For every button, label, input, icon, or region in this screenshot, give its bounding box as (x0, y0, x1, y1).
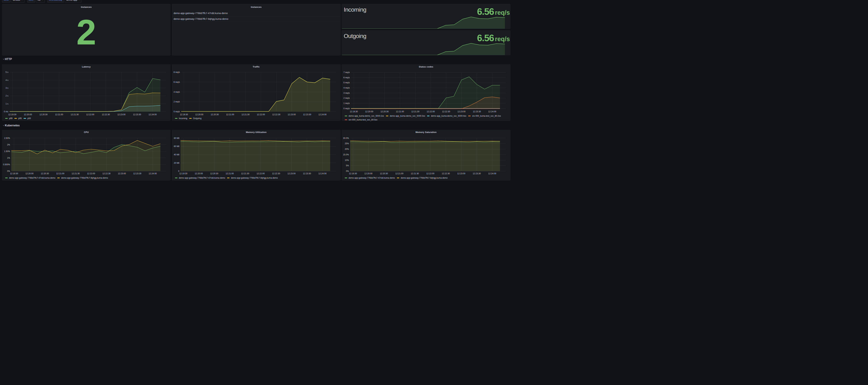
svg-text:1 s: 1 s (5, 103, 8, 105)
svg-text:5 s: 5 s (5, 71, 8, 73)
svg-text:12:19:30: 12:19:30 (179, 172, 187, 175)
svg-text:12:21:30: 12:21:30 (411, 172, 419, 175)
svg-text:12:22:00: 12:22:00 (86, 114, 94, 116)
svg-text:12:23:30: 12:23:30 (303, 114, 311, 116)
svg-text:20 Mil: 20 Mil (174, 162, 179, 164)
svg-text:0%: 0% (7, 170, 10, 172)
svg-text:12:22:00: 12:22:00 (426, 172, 434, 175)
svg-text:12:24:00: 12:24:00 (318, 172, 327, 175)
svg-text:4 req/s: 4 req/s (174, 91, 180, 93)
svg-text:12:20:00: 12:20:00 (25, 172, 33, 175)
svg-text:1%: 1% (7, 157, 10, 159)
svg-text:0: 0 (178, 170, 179, 172)
svg-text:12:21:30: 12:21:30 (241, 172, 249, 175)
svg-text:12:20:00: 12:20:00 (364, 172, 373, 175)
svg-text:12:23:30: 12:23:30 (473, 172, 481, 175)
svg-text:12:20:30: 12:20:30 (380, 110, 389, 113)
svg-text:2 req/s: 2 req/s (343, 97, 350, 99)
svg-text:80 Mil: 80 Mil (174, 137, 179, 139)
svg-text:8 req/s: 8 req/s (174, 71, 180, 73)
svg-text:12:22:00: 12:22:00 (257, 114, 265, 116)
svg-text:1 req/s: 1 req/s (343, 102, 350, 104)
svg-text:15.0%: 15.0% (343, 153, 349, 156)
svg-text:0%: 0% (346, 170, 349, 172)
svg-text:3 req/s: 3 req/s (343, 92, 350, 94)
svg-text:6 req/s: 6 req/s (174, 81, 180, 83)
svg-text:12:22:30: 12:22:30 (272, 114, 280, 116)
svg-text:3 s: 3 s (5, 87, 8, 89)
svg-text:12:22:30: 12:22:30 (272, 172, 280, 175)
svg-text:0 req/s: 0 req/s (343, 107, 350, 110)
svg-text:1.50%: 1.50% (4, 150, 10, 152)
svg-text:12:24:00: 12:24:00 (149, 172, 157, 175)
svg-text:12:20:00: 12:20:00 (24, 114, 32, 116)
svg-text:12:23:30: 12:23:30 (133, 114, 141, 116)
svg-text:2 req/s: 2 req/s (174, 100, 180, 103)
svg-text:0 req/s: 0 req/s (174, 110, 180, 113)
svg-text:12:19:30: 12:19:30 (349, 172, 357, 175)
svg-text:12:24:00: 12:24:00 (488, 110, 496, 113)
svg-text:12:22:30: 12:22:30 (102, 172, 111, 175)
svg-text:0.500%: 0.500% (3, 163, 10, 166)
svg-text:5%: 5% (346, 164, 349, 167)
svg-text:4 s: 4 s (5, 79, 8, 82)
svg-text:12:24:00: 12:24:00 (488, 172, 496, 175)
svg-text:12:21:00: 12:21:00 (226, 114, 234, 116)
svg-text:12:22:00: 12:22:00 (87, 172, 95, 175)
svg-text:7 req/s: 7 req/s (343, 71, 350, 73)
svg-text:30.0%: 30.0% (343, 137, 349, 139)
svg-text:12:23:00: 12:23:00 (117, 114, 125, 116)
svg-text:12:21:30: 12:21:30 (71, 114, 79, 116)
svg-text:12:19:30: 12:19:30 (10, 172, 18, 175)
svg-text:12:22:30: 12:22:30 (102, 114, 110, 116)
svg-text:12:21:00: 12:21:00 (226, 172, 234, 175)
svg-text:25%: 25% (345, 142, 349, 145)
svg-text:2.50%: 2.50% (4, 137, 10, 139)
svg-text:12:21:00: 12:21:00 (396, 110, 404, 113)
svg-text:0 ms: 0 ms (4, 110, 8, 113)
svg-text:12:20:30: 12:20:30 (210, 172, 218, 175)
svg-text:12:23:00: 12:23:00 (458, 110, 466, 113)
svg-text:12:22:00: 12:22:00 (427, 110, 435, 113)
svg-text:12:20:00: 12:20:00 (195, 114, 204, 116)
svg-text:12:22:30: 12:22:30 (442, 110, 450, 113)
svg-text:12:24:00: 12:24:00 (318, 114, 327, 116)
svg-text:12:20:30: 12:20:30 (39, 114, 48, 116)
svg-text:12:21:30: 12:21:30 (72, 172, 80, 175)
svg-text:12:19:30: 12:19:30 (350, 110, 358, 113)
svg-text:2 s: 2 s (5, 95, 8, 97)
svg-text:12:23:30: 12:23:30 (473, 110, 481, 113)
svg-text:4 req/s: 4 req/s (343, 87, 350, 89)
svg-text:12:20:30: 12:20:30 (41, 172, 49, 175)
svg-text:12:23:00: 12:23:00 (287, 172, 296, 175)
svg-text:12:23:30: 12:23:30 (133, 172, 142, 175)
svg-text:12:21:00: 12:21:00 (395, 172, 403, 175)
svg-text:12:23:30: 12:23:30 (303, 172, 311, 175)
svg-text:12:23:00: 12:23:00 (288, 114, 296, 116)
svg-text:12:20:00: 12:20:00 (365, 110, 373, 113)
svg-text:2%: 2% (7, 143, 10, 146)
svg-text:12:24:00: 12:24:00 (149, 114, 157, 116)
svg-text:12:23:00: 12:23:00 (118, 172, 126, 175)
svg-text:12:19:30: 12:19:30 (8, 114, 17, 116)
svg-text:12:20:00: 12:20:00 (195, 172, 203, 175)
svg-text:12:20:30: 12:20:30 (211, 114, 219, 116)
svg-text:12:20:30: 12:20:30 (380, 172, 388, 175)
svg-text:20%: 20% (345, 148, 349, 150)
svg-text:12:23:00: 12:23:00 (457, 172, 465, 175)
svg-text:12:21:30: 12:21:30 (242, 114, 250, 116)
svg-text:60 Mil: 60 Mil (174, 145, 179, 148)
svg-text:12:22:00: 12:22:00 (256, 172, 265, 175)
svg-text:12:21:30: 12:21:30 (411, 110, 420, 113)
svg-text:12:19:30: 12:19:30 (180, 114, 188, 116)
svg-text:40 Mil: 40 Mil (174, 153, 179, 156)
svg-text:12:21:00: 12:21:00 (56, 172, 64, 175)
svg-text:10%: 10% (345, 159, 349, 161)
svg-text:5 req/s: 5 req/s (343, 82, 350, 84)
svg-text:12:21:00: 12:21:00 (55, 114, 63, 116)
svg-text:12:22:30: 12:22:30 (442, 172, 450, 175)
svg-text:6 req/s: 6 req/s (343, 76, 350, 79)
